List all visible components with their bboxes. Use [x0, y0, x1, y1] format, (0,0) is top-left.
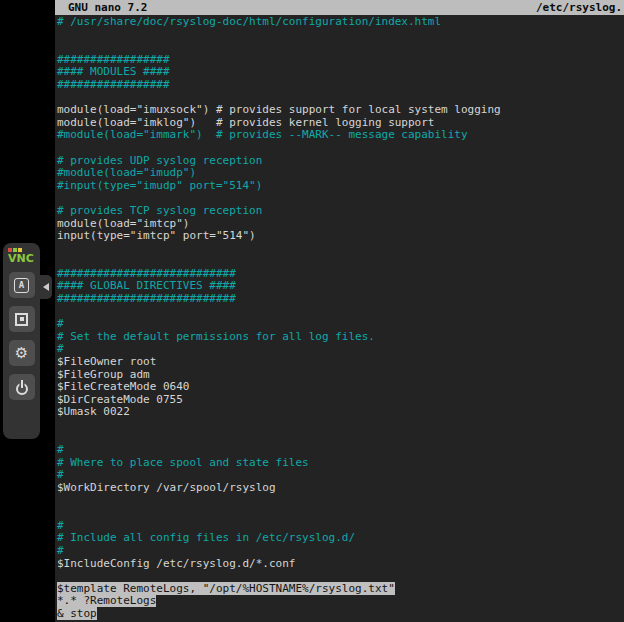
novnc-logo-text: VNC [8, 253, 35, 265]
editor-line: $DirCreateMode 0755 [57, 394, 624, 407]
fullscreen-icon [15, 313, 28, 326]
editor-line [57, 507, 624, 520]
editor-line: # Set the default permissions for all lo… [57, 331, 624, 344]
settings-button[interactable]: ⚙ [9, 340, 35, 366]
editor-line [57, 306, 624, 319]
gear-icon: ⚙ [15, 346, 28, 361]
clipboard-button[interactable]: A [9, 272, 35, 298]
power-icon [16, 383, 28, 395]
editor-line: ########################### [57, 293, 624, 306]
nano-filename-label: /etc/rsyslog. [536, 1, 622, 14]
terminal-window[interactable]: GNU nano 7.2 /etc/rsyslog. # /usr/share/… [55, 0, 624, 622]
editor-line [57, 29, 624, 42]
editor-line: #input(type="imudp" port="514") [57, 180, 624, 193]
fullscreen-button[interactable] [9, 306, 35, 332]
power-button[interactable] [9, 374, 35, 400]
editor-line: *.* ?RemoteLogs [57, 595, 624, 608]
nano-version-label: GNU nano 7.2 [68, 1, 147, 14]
clipboard-icon: A [14, 278, 29, 293]
editor-line [57, 432, 624, 445]
editor-line: #module(load="immark") # provides --MARK… [57, 129, 624, 142]
editor-line: # /usr/share/doc/rsyslog-doc/html/config… [57, 16, 624, 29]
editor-line: & stop [57, 608, 624, 621]
editor-line [57, 570, 624, 583]
editor-line: input(type="imtcp" port="514") [57, 230, 624, 243]
editor-line: $WorkDirectory /var/spool/rsyslog [57, 482, 624, 495]
novnc-logo: VNC [8, 248, 35, 265]
editor-content[interactable]: # /usr/share/doc/rsyslog-doc/html/config… [55, 15, 624, 621]
panel-collapse-handle[interactable] [40, 275, 52, 299]
chevron-left-icon [43, 283, 49, 291]
editor-line: ################# [57, 79, 624, 92]
editor-line [57, 243, 624, 256]
editor-line [57, 419, 624, 432]
editor-line: $IncludeConfig /etc/rsyslog.d/*.conf [57, 558, 624, 571]
nano-titlebar: GNU nano 7.2 /etc/rsyslog. [55, 0, 624, 15]
editor-line: # Include all config files in /etc/rsysl… [57, 532, 624, 545]
editor-line: $Umask 0022 [57, 406, 624, 419]
editor-line: # Where to place spool and state files [57, 457, 624, 470]
editor-line [57, 495, 624, 508]
vnc-control-bar: VNC A ⚙ [3, 243, 40, 439]
